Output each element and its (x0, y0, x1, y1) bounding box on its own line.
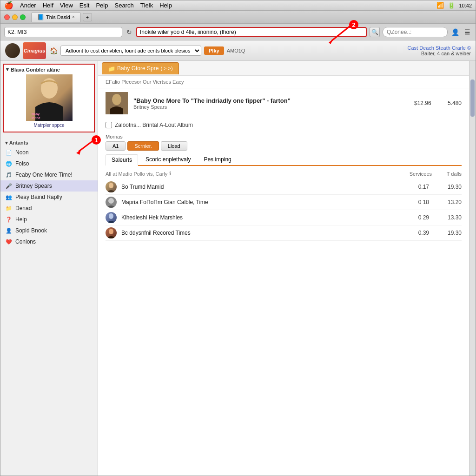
scrollbar[interactable] (469, 61, 476, 476)
svg-point-9 (109, 229, 113, 234)
conions-icon: ❤️ (5, 238, 13, 245)
left-url-input[interactable] (4, 27, 122, 37)
clock: 10:42 (459, 3, 472, 8)
menu-view[interactable]: View (60, 2, 73, 9)
lload-button[interactable]: Lload (161, 141, 187, 151)
noon-icon: 📄 (5, 149, 13, 156)
tab-close-btn[interactable]: × (72, 14, 75, 20)
browser-tab[interactable]: 📘 This Dasld × (31, 12, 81, 22)
battery-icon: 🔋 (448, 2, 455, 9)
tab-saleurts[interactable]: Saleurts (106, 154, 138, 166)
table-subtitle: All at Madio Pollo vis, Carly ℹ Servicee… (106, 168, 462, 179)
song-item: "Baby One More To "The indriadly one fip… (98, 88, 469, 118)
sidebar-item-feaby[interactable]: 🎵 Feaby One More Time! (0, 169, 98, 180)
sidebar-item-folso[interactable]: 🌐 Folso (0, 158, 98, 169)
mornas-label: Mornas (106, 134, 462, 139)
tab-title: This Dasld (46, 14, 70, 20)
close-button[interactable] (4, 14, 10, 20)
menu-pelp[interactable]: Pelp (96, 2, 108, 9)
action-buttons: A1 Scrnier. Lload (106, 141, 462, 152)
a1-button[interactable]: A1 (106, 141, 126, 151)
new-tab-button[interactable]: + (83, 13, 92, 21)
artist-photo: Baby in the (26, 74, 73, 121)
marketplace-link[interactable]: Matrpler sppce (6, 121, 92, 130)
menu-ander[interactable]: Ander (20, 2, 36, 9)
table-row: So Trumd Mamid 0.17 19.30 (106, 179, 462, 195)
song-plays: 5.480 (448, 100, 462, 106)
song-title: "Baby One More To "The indriadly one fip… (133, 97, 409, 104)
table-row: Kihedieshi Hek Marshies 0 29 13.30 (106, 210, 462, 225)
table-row: Mapria FoΠoΠm Gian Calble, Time 0 18 13.… (106, 195, 462, 210)
help-label: Help (15, 216, 27, 223)
menu-helf[interactable]: Helf (43, 2, 53, 9)
tab-pes[interactable]: Pes imping (198, 154, 237, 165)
menu-help[interactable]: Help (159, 2, 172, 9)
table-tabs-row: Saleurts Scoric enplethvaly Pes imping (106, 154, 462, 166)
song-artwork (106, 92, 128, 114)
search-input[interactable] (383, 27, 448, 37)
app-logo: Cinagius (5, 42, 46, 59)
pleay-icon: 👥 (5, 193, 13, 201)
row-avatar-1 (106, 197, 117, 208)
artist-card-title: ▾ Blava Gonbler alàne (6, 66, 92, 73)
scrnier-button[interactable]: Scrnier. (127, 141, 159, 151)
row-val1-3: 0.39 (401, 230, 429, 236)
scroll-thumb[interactable] (470, 79, 475, 117)
row-val2-1: 13.20 (434, 199, 462, 205)
app-toolbar: Cinagius 🏠 Adtoont to cost denvblen, fou… (0, 40, 476, 61)
tab-scoric[interactable]: Scoric enplethvaly (140, 154, 196, 165)
profile-icon[interactable]: 👤 (450, 27, 460, 37)
sidebar-item-britney[interactable]: 🎤 Britney Spears (0, 180, 98, 192)
wifi-icon: 📶 (436, 2, 444, 9)
denad-icon: 📁 (5, 205, 13, 212)
baby-gtore-tab[interactable]: 📁 Baby Gtore Spre ( > >) (102, 62, 179, 74)
user-avatar (5, 43, 20, 58)
song-artist: Britney Spears (133, 104, 409, 110)
table-area: Saleurts Scoric enplethvaly Pes imping A… (98, 154, 469, 241)
minimize-button[interactable] (12, 14, 18, 20)
tab-icon: 📘 (37, 14, 44, 20)
tdalls-col-header: T dalls (434, 171, 462, 177)
sidebar-item-pleay[interactable]: 👥 Pleay Baind Raplly (0, 192, 98, 203)
menu-tlelk[interactable]: Tlelk (140, 2, 153, 9)
content-header: EFalio Plecesor Our Viertses Eacy (98, 76, 469, 88)
sidebar-item-noon[interactable]: 📄 Noon (0, 147, 98, 158)
row-name-1: Mapria FoΠoΠm Gian Calble, Time (121, 199, 397, 205)
feaby-label: Feaby One More Time! (15, 172, 73, 178)
main-url-input[interactable] (136, 27, 367, 37)
sidebar-item-conions[interactable]: ❤️ Conions (0, 236, 98, 247)
britney-icon: 🎤 (5, 182, 13, 190)
song-info: "Baby One More To "The indriadly one fip… (133, 97, 409, 110)
svg-text:in the: in the (32, 116, 40, 119)
menu-bar: 🍎 Ander Helf View Esit Pelp Search Tlelk… (0, 0, 476, 11)
row-val2-3: 19.30 (434, 230, 462, 236)
sidebar-item-help[interactable]: ❓ Help (0, 214, 98, 225)
refresh-button[interactable]: ↻ (125, 28, 133, 36)
home-icon: 🏠 (50, 47, 58, 54)
menu-search[interactable]: Search (114, 2, 133, 9)
play-button[interactable]: Plky (204, 46, 224, 55)
apple-menu[interactable]: 🍎 (4, 1, 13, 10)
sidebar: ▾ Blava Gonbler alàne (0, 61, 98, 476)
pleay-label: Pleay Baind Raplly (15, 194, 62, 200)
sidebar-item-sopid[interactable]: 👤 Sopid Bnook (0, 225, 98, 236)
song-price: $12.96 (414, 100, 442, 106)
menu-esit[interactable]: Esit (79, 2, 90, 9)
info-icon: ℹ (169, 171, 171, 177)
maximize-button[interactable] (20, 14, 26, 20)
logo-image: Cinagius (23, 42, 46, 59)
album-section: Zalóotns... Brintal A-Lout Album (98, 118, 469, 132)
search-icon-btn[interactable]: 🔍 (370, 27, 380, 37)
denad-label: Denad (15, 205, 32, 212)
svg-text:Baby: Baby (32, 112, 40, 116)
content-tabs: 📁 Baby Gtore Spre ( > >) (98, 61, 469, 76)
album-checkbox[interactable] (106, 122, 112, 128)
toolbar-dropdown[interactable]: Adtoont to cost denvblen, fount ade cent… (60, 46, 201, 56)
toolbar-right-info: Cast Deach Steath Crarle © Baiter, 4 can… (408, 45, 471, 56)
content-subtitle: EFalio Plecesor Our Viertses Eacy (106, 79, 184, 85)
row-avatar-2 (106, 212, 117, 223)
menu-icon[interactable]: ☰ (463, 27, 472, 37)
sidebar-item-denad[interactable]: 📁 Denad (0, 203, 98, 214)
sopid-label: Sopid Bnook (15, 227, 47, 234)
row-name-2: Kihedieshi Hek Marshies (121, 214, 397, 221)
